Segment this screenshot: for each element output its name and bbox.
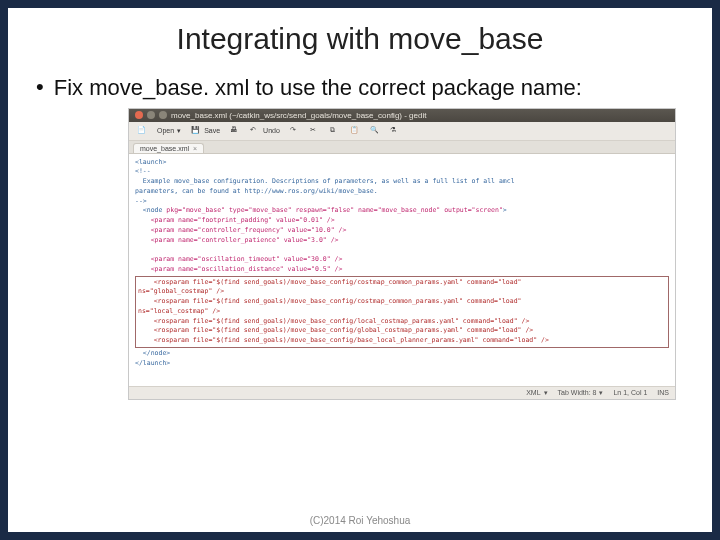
gedit-window: move_base.xml (~/catkin_ws/src/send_goal… — [128, 108, 676, 400]
redo-icon: ↷ — [290, 126, 300, 136]
code-line: ns="local_costmap" /> — [138, 307, 220, 315]
bullet-dot: • — [36, 74, 44, 100]
replace-button[interactable]: ⚗ — [388, 125, 402, 137]
code-line: <rosparam file="$(find send_goals)/move_… — [154, 297, 522, 305]
code-line: --> — [135, 197, 147, 205]
status-tab-width[interactable]: Tab Width: 8 ▾ — [558, 389, 604, 397]
status-bar: XML ▾ Tab Width: 8 ▾ Ln 1, Col 1 INS — [129, 386, 675, 399]
code-line: <node — [143, 206, 166, 214]
save-icon: 💾 — [191, 126, 201, 136]
code-line: <param name="footprint_padding" value="0… — [151, 216, 335, 224]
window-titlebar: move_base.xml (~/catkin_ws/src/send_goal… — [129, 109, 675, 122]
code-editor[interactable]: <launch> <!-- Example move_base configur… — [129, 154, 675, 386]
print-icon: 🖶 — [230, 126, 240, 136]
replace-icon: ⚗ — [390, 126, 400, 136]
status-language[interactable]: XML ▾ — [526, 389, 547, 397]
code-line: parameters, can be found at http://www.r… — [135, 187, 378, 195]
tab-move-base-xml[interactable]: move_base.xml × — [133, 143, 204, 153]
bullet-item: • Fix move_base. xml to use the correct … — [8, 74, 712, 108]
slide-title: Integrating with move_base — [8, 8, 712, 74]
code-line: ns="global_costmap" /> — [138, 287, 224, 295]
code-line: <!-- — [135, 167, 151, 175]
copy-button[interactable]: ⧉ — [328, 125, 342, 137]
chevron-down-icon: ▾ — [177, 127, 181, 135]
status-cursor-position: Ln 1, Col 1 — [613, 389, 647, 397]
save-button[interactable]: 💾Save — [189, 125, 222, 137]
slide-footer: (C)2014 Roi Yehoshua — [8, 515, 712, 526]
code-line: </launch> — [135, 359, 170, 367]
toolbar: 📄 Open ▾ 💾Save 🖶 ↶Undo ↷ ✂ ⧉ 📋 🔍 ⚗ — [129, 122, 675, 141]
cut-icon: ✂ — [310, 126, 320, 136]
paste-button[interactable]: 📋 — [348, 125, 362, 137]
code-line: <param name="oscillation_distance" value… — [151, 265, 343, 273]
slide: Integrating with move_base • Fix move_ba… — [8, 8, 712, 532]
paste-icon: 📋 — [350, 126, 360, 136]
new-file-button[interactable]: 📄 — [135, 125, 149, 137]
window-title-text: move_base.xml (~/catkin_ws/src/send_goal… — [171, 111, 426, 120]
code-line: </node> — [143, 349, 170, 357]
open-button[interactable]: Open ▾ — [155, 126, 183, 136]
cut-button[interactable]: ✂ — [308, 125, 322, 137]
code-line: <launch> — [135, 158, 166, 166]
tab-label: move_base.xml — [140, 145, 189, 152]
close-icon[interactable] — [135, 111, 143, 119]
chevron-down-icon: ▾ — [599, 389, 603, 397]
code-line: <rosparam file="$(find send_goals)/move_… — [154, 278, 522, 286]
highlighted-edit-box: <rosparam file="$(find send_goals)/move_… — [135, 276, 669, 348]
code-line: <rosparam file="$(find send_goals)/move_… — [154, 336, 549, 344]
find-button[interactable]: 🔍 — [368, 125, 382, 137]
code-line: <param name="controller_patience" value=… — [151, 236, 339, 244]
undo-button[interactable]: ↶Undo — [248, 125, 282, 137]
copy-icon: ⧉ — [330, 126, 340, 136]
code-line: Example move_base configuration. Descrip… — [143, 177, 515, 185]
chevron-down-icon: ▾ — [544, 389, 548, 397]
undo-icon: ↶ — [250, 126, 260, 136]
code-line: pkg="move_base" type="move_base" respawn… — [166, 206, 503, 214]
code-line: <rosparam file="$(find send_goals)/move_… — [154, 326, 534, 334]
minimize-icon[interactable] — [147, 111, 155, 119]
tab-close-icon[interactable]: × — [193, 145, 197, 152]
document-icon: 📄 — [137, 126, 147, 136]
print-button[interactable]: 🖶 — [228, 125, 242, 137]
code-line: <param name="oscillation_timeout" value=… — [151, 255, 343, 263]
bullet-text: Fix move_base. xml to use the correct pa… — [54, 74, 582, 102]
tab-bar: move_base.xml × — [129, 141, 675, 154]
maximize-icon[interactable] — [159, 111, 167, 119]
redo-button[interactable]: ↷ — [288, 125, 302, 137]
code-line: > — [503, 206, 507, 214]
code-line: <rosparam file="$(find send_goals)/move_… — [154, 317, 530, 325]
status-insert-mode: INS — [657, 389, 669, 397]
code-line: <param name="controller_frequency" value… — [151, 226, 347, 234]
find-icon: 🔍 — [370, 126, 380, 136]
